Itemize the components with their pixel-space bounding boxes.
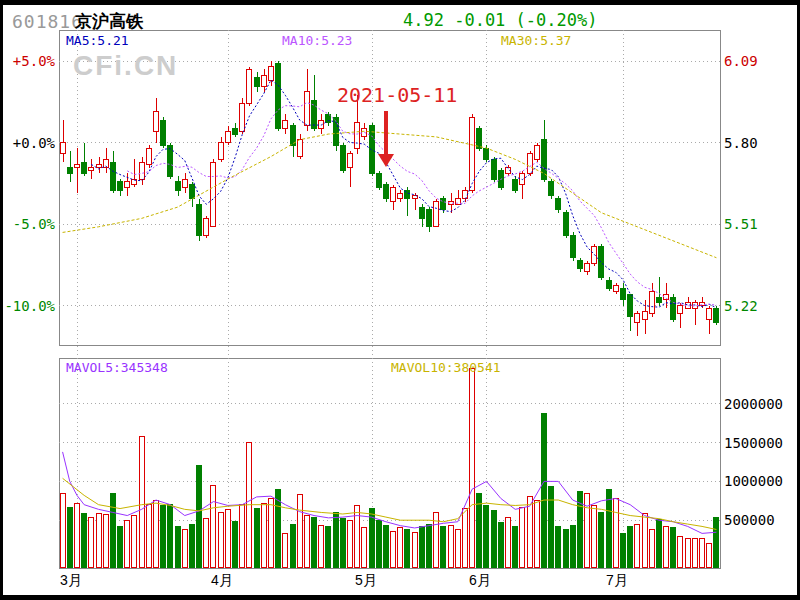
svg-text:4月: 4月 <box>211 572 233 588</box>
svg-text:-5.0%: -5.0% <box>13 216 56 232</box>
svg-text:5.51: 5.51 <box>724 216 758 232</box>
svg-text:5月: 5月 <box>355 572 377 588</box>
svg-text:+0.0%: +0.0% <box>13 135 56 151</box>
stock-name: 京沪高铁 <box>75 10 143 33</box>
svg-text:5.22: 5.22 <box>724 298 758 314</box>
svg-text:3月: 3月 <box>60 572 82 588</box>
ma-lines-layer <box>63 80 717 533</box>
svg-text:1500000: 1500000 <box>724 435 783 451</box>
ma5-legend: MA5:5.21 <box>66 33 129 48</box>
svg-text:6月: 6月 <box>469 572 491 588</box>
mavol10-legend: MAVOL10:380541 <box>391 360 501 375</box>
volume-bars-layer <box>61 369 719 567</box>
app-window: +5.0%6.09+0.0%5.80-5.0%5.51-10.0%5.22200… <box>0 0 800 600</box>
svg-text:+5.0%: +5.0% <box>13 53 56 69</box>
mavol5-legend: MAVOL5:345348 <box>66 360 168 375</box>
chart-panel: +5.0%6.09+0.0%5.80-5.0%5.51-10.0%5.22200… <box>3 5 797 595</box>
ma30-legend: MA30:5.37 <box>501 33 571 48</box>
svg-text:6.09: 6.09 <box>724 53 758 69</box>
svg-text:7月: 7月 <box>606 572 628 588</box>
stock-code: 601816 <box>12 11 83 32</box>
price-quote: 4.92 -0.01 (-0.20%) <box>403 10 597 30</box>
svg-text:-10.0%: -10.0% <box>4 298 55 314</box>
svg-text:1000000: 1000000 <box>724 473 783 489</box>
svg-text:2000000: 2000000 <box>724 396 783 412</box>
cfi-watermark: CFi.CN <box>73 50 178 82</box>
svg-text:500000: 500000 <box>724 512 775 528</box>
svg-text:5.80: 5.80 <box>724 135 758 151</box>
ma10-legend: MA10:5.23 <box>282 33 352 48</box>
annotation-arrow <box>378 111 394 167</box>
date-annotation: 2021-05-11 <box>337 83 457 107</box>
